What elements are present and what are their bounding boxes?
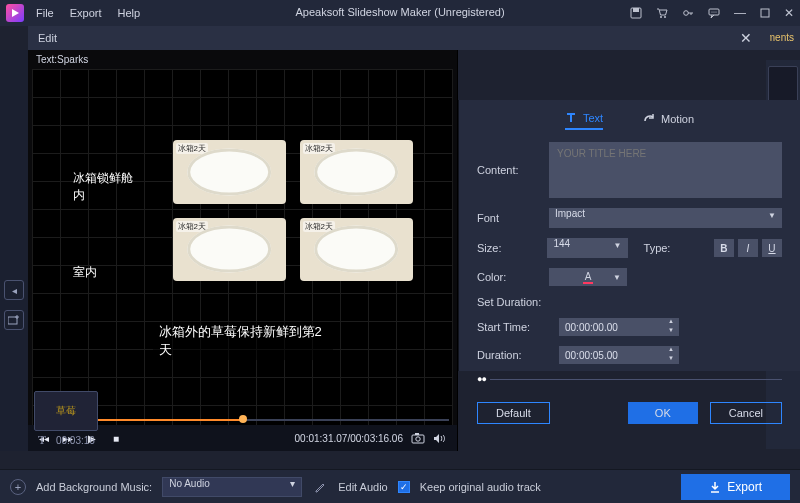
- add-media-icon[interactable]: [4, 310, 24, 330]
- text-track-duration: 00:03:16: [56, 435, 95, 446]
- text-icon: [565, 112, 577, 124]
- size-select[interactable]: 144: [547, 238, 627, 258]
- menu-file[interactable]: File: [36, 7, 54, 19]
- color-label: Color:: [477, 271, 541, 283]
- content-row: Content:: [477, 142, 782, 198]
- keep-audio-label: Keep original audio track: [420, 481, 541, 493]
- duration-value: 00:00:05.00: [565, 350, 618, 361]
- plate: 冰箱2天: [173, 218, 286, 282]
- audio-select[interactable]: No Audio: [162, 477, 302, 497]
- svg-point-7: [711, 11, 712, 12]
- app-logo: [6, 4, 24, 22]
- window-buttons: — ✕: [630, 6, 794, 20]
- font-row: Font Impact: [477, 208, 782, 228]
- export-icon: [709, 481, 721, 493]
- start-time-field[interactable]: 00:00:00.00 ▲▼: [559, 318, 679, 336]
- slider-handle-icon[interactable]: ●●: [477, 374, 486, 384]
- plate: 冰箱2天: [300, 218, 413, 282]
- svg-marker-0: [12, 9, 19, 17]
- export-button-label: Export: [727, 480, 762, 494]
- text-settings-panel: Text Motion Content: Font Impact Size: 1…: [458, 100, 800, 371]
- content-label: Content:: [477, 164, 541, 176]
- panel-tabs: Text Motion: [477, 112, 782, 130]
- left-gutter: ◂: [0, 50, 28, 451]
- svg-point-4: [664, 16, 666, 18]
- ok-button[interactable]: OK: [628, 402, 698, 424]
- timeline-strip: 草莓 T 00:03:16: [28, 389, 458, 449]
- underline-button[interactable]: U: [762, 239, 782, 257]
- tab-motion-label: Motion: [661, 113, 694, 125]
- plate-tag: 冰箱2天: [176, 143, 208, 154]
- svg-rect-11: [8, 317, 17, 324]
- set-duration-heading: Set Duration:: [477, 296, 782, 308]
- export-button[interactable]: Export: [681, 474, 790, 500]
- save-icon[interactable]: [630, 7, 642, 19]
- color-row: Color: A: [477, 268, 782, 286]
- motion-icon: [643, 113, 655, 125]
- slide-subtitle: 冰箱外的草莓保持新鲜到第2天: [153, 322, 333, 360]
- content-textarea[interactable]: [549, 142, 782, 198]
- italic-button[interactable]: I: [738, 239, 758, 257]
- logo-icon: [10, 8, 20, 18]
- timeline-meta: T 00:03:16: [28, 431, 458, 449]
- size-row: Size: 144 Type: B I U: [477, 238, 782, 258]
- cancel-button[interactable]: Cancel: [710, 402, 782, 424]
- timeline-clips: 草莓: [28, 389, 458, 431]
- duration-field[interactable]: 00:00:05.00 ▲▼: [559, 346, 679, 364]
- color-swatch: A: [583, 271, 594, 284]
- plate: 冰箱2天: [173, 140, 286, 204]
- color-picker[interactable]: A: [549, 268, 627, 286]
- feedback-icon[interactable]: [708, 7, 720, 19]
- plate: 冰箱2天: [300, 140, 413, 204]
- titlebar: File Export Help Apeaksoft Slideshow Mak…: [0, 0, 800, 26]
- tab-text-label: Text: [583, 112, 603, 124]
- text-track-icon[interactable]: T: [38, 432, 46, 448]
- type-style-buttons: B I U: [714, 239, 782, 257]
- bold-button[interactable]: B: [714, 239, 734, 257]
- row-label: 冰箱锁鲜舱内: [73, 170, 143, 204]
- svg-point-8: [713, 11, 714, 12]
- edit-subbar: Edit ✕: [28, 26, 770, 50]
- panel-buttons: Default OK Cancel: [477, 402, 782, 424]
- svg-rect-10: [761, 9, 769, 17]
- edit-audio-icon[interactable]: [312, 479, 328, 495]
- spin-up-icon[interactable]: ▲: [665, 346, 677, 355]
- spin-up-icon[interactable]: ▲: [665, 318, 677, 327]
- cart-icon[interactable]: [656, 7, 668, 19]
- edit-close-icon[interactable]: ✕: [740, 30, 752, 46]
- text-overlay-caption: Text:Sparks: [28, 50, 457, 69]
- svg-point-5: [684, 11, 689, 16]
- spin-down-icon[interactable]: ▼: [665, 327, 677, 336]
- minimize-button[interactable]: —: [734, 6, 746, 20]
- start-time-label: Start Time:: [477, 321, 551, 333]
- menu-help[interactable]: Help: [118, 7, 141, 19]
- start-time-row: Start Time: 00:00:00.00 ▲▼: [477, 318, 782, 336]
- duration-row: Duration: 00:00:05.00 ▲▼: [477, 346, 782, 364]
- plates-grid: 冰箱2天 冰箱2天 冰箱2天: [173, 140, 413, 281]
- tab-text[interactable]: Text: [565, 112, 603, 130]
- close-button[interactable]: ✕: [784, 6, 794, 20]
- default-button[interactable]: Default: [477, 402, 550, 424]
- preview-canvas[interactable]: 冰箱锁鲜舱内 室内 冰箱2天 冰箱2天: [32, 69, 453, 425]
- svg-point-3: [660, 16, 662, 18]
- slide-row-labels: 冰箱锁鲜舱内 室内: [73, 140, 143, 281]
- key-icon[interactable]: [682, 7, 694, 19]
- collapse-panel-icon[interactable]: ◂: [4, 280, 24, 300]
- type-label: Type:: [644, 242, 706, 254]
- spin-down-icon[interactable]: ▼: [665, 355, 677, 364]
- size-label: Size:: [477, 242, 539, 254]
- keep-audio-checkbox[interactable]: ✓: [398, 481, 410, 493]
- duration-slider[interactable]: ●●: [477, 374, 782, 384]
- edit-audio-label[interactable]: Edit Audio: [338, 481, 388, 493]
- app-title: Apeaksoft Slideshow Maker (Unregistered): [295, 6, 504, 18]
- menu-export[interactable]: Export: [70, 7, 102, 19]
- timeline-clip[interactable]: 草莓: [34, 391, 98, 431]
- font-select[interactable]: Impact: [549, 208, 782, 228]
- add-bg-music-label: Add Background Music:: [36, 481, 152, 493]
- bottom-bar: + Add Background Music: No Audio Edit Au…: [0, 469, 800, 503]
- maximize-button[interactable]: [760, 8, 770, 18]
- tab-motion[interactable]: Motion: [643, 112, 694, 130]
- duration-label: Duration:: [477, 349, 551, 361]
- row-label: 室内: [73, 264, 143, 281]
- add-audio-icon[interactable]: +: [10, 479, 26, 495]
